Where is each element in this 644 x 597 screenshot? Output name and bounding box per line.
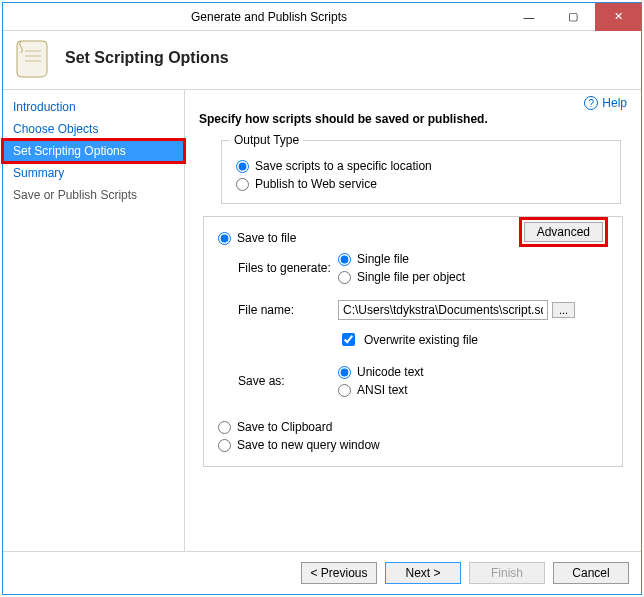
next-button[interactable]: Next > bbox=[385, 562, 461, 584]
overwrite-checkbox-row[interactable]: Overwrite existing file bbox=[338, 330, 608, 349]
wizard-window: Generate and Publish Scripts — ▢ ✕ Set S… bbox=[2, 2, 642, 595]
help-label: Help bbox=[602, 96, 627, 110]
radio-unicode[interactable]: Unicode text bbox=[338, 363, 608, 381]
finish-button: Finish bbox=[469, 562, 545, 584]
radio-save-to-file-input[interactable] bbox=[218, 232, 231, 245]
content-heading: Specify how scripts should be saved or p… bbox=[199, 112, 627, 126]
radio-single-per-object-input[interactable] bbox=[338, 271, 351, 284]
radio-new-query-input[interactable] bbox=[218, 439, 231, 452]
sidebar-item-set-scripting-options[interactable]: Set Scripting Options bbox=[3, 140, 184, 162]
radio-save-clipboard-input[interactable] bbox=[218, 421, 231, 434]
radio-save-clipboard[interactable]: Save to Clipboard bbox=[218, 418, 608, 436]
minimize-button[interactable]: — bbox=[507, 3, 551, 31]
output-type-group: Output Type Save scripts to a specific l… bbox=[221, 140, 621, 204]
advanced-button[interactable]: Advanced bbox=[524, 222, 603, 242]
sidebar-item-introduction[interactable]: Introduction bbox=[3, 96, 184, 118]
wizard-sidebar: Introduction Choose Objects Set Scriptin… bbox=[3, 90, 185, 551]
radio-new-query[interactable]: Save to new query window bbox=[218, 436, 608, 454]
file-name-input[interactable] bbox=[338, 300, 548, 320]
output-type-legend: Output Type bbox=[230, 133, 303, 147]
titlebar-icon bbox=[3, 3, 31, 31]
radio-single-file-input[interactable] bbox=[338, 253, 351, 266]
save-as-label: Save as: bbox=[218, 374, 338, 388]
wizard-footer: < Previous Next > Finish Cancel bbox=[3, 551, 641, 594]
content-panel: ? Help Specify how scripts should be sav… bbox=[185, 90, 641, 551]
radio-publish-web[interactable]: Publish to Web service bbox=[236, 175, 606, 193]
page-title: Set Scripting Options bbox=[65, 49, 229, 67]
help-link[interactable]: ? Help bbox=[584, 96, 627, 110]
file-name-label: File name: bbox=[218, 303, 338, 317]
browse-button[interactable]: ... bbox=[552, 302, 575, 318]
previous-button[interactable]: < Previous bbox=[301, 562, 377, 584]
help-icon: ? bbox=[584, 96, 598, 110]
save-options-group: Advanced Save to file Files to generate:… bbox=[203, 216, 623, 467]
radio-single-file[interactable]: Single file bbox=[338, 250, 608, 268]
close-button[interactable]: ✕ bbox=[595, 3, 641, 31]
files-to-generate-label: Files to generate: bbox=[218, 261, 338, 275]
radio-unicode-input[interactable] bbox=[338, 366, 351, 379]
radio-ansi-input[interactable] bbox=[338, 384, 351, 397]
overwrite-checkbox[interactable] bbox=[342, 333, 355, 346]
radio-publish-web-input[interactable] bbox=[236, 178, 249, 191]
radio-single-per-object[interactable]: Single file per object bbox=[338, 268, 608, 286]
sidebar-item-summary[interactable]: Summary bbox=[3, 162, 184, 184]
maximize-button[interactable]: ▢ bbox=[551, 3, 595, 31]
sidebar-item-save-publish[interactable]: Save or Publish Scripts bbox=[3, 184, 184, 206]
window-title: Generate and Publish Scripts bbox=[31, 10, 507, 24]
titlebar: Generate and Publish Scripts — ▢ ✕ bbox=[3, 3, 641, 31]
radio-ansi[interactable]: ANSI text bbox=[338, 381, 608, 399]
advanced-highlight: Advanced bbox=[519, 217, 608, 247]
script-icon bbox=[13, 37, 55, 79]
wizard-header: Set Scripting Options bbox=[3, 31, 641, 90]
radio-save-location[interactable]: Save scripts to a specific location bbox=[236, 157, 606, 175]
radio-save-location-input[interactable] bbox=[236, 160, 249, 173]
sidebar-item-choose-objects[interactable]: Choose Objects bbox=[3, 118, 184, 140]
cancel-button[interactable]: Cancel bbox=[553, 562, 629, 584]
